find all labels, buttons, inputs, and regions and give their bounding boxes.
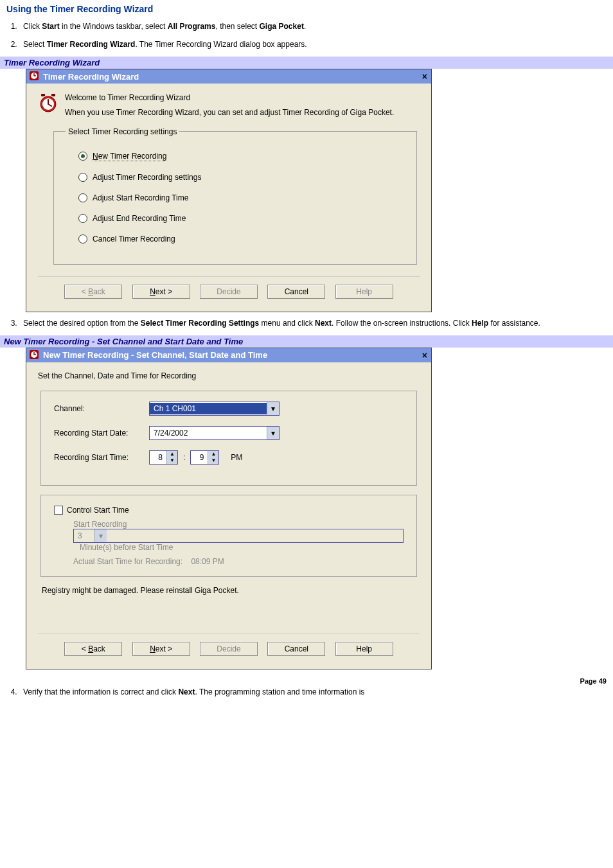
radio-new-accel: N [93, 152, 98, 161]
control-sub-row1: Start Recording 3 ▾ Minute(s) before Sta… [73, 520, 404, 552]
caption-wizard1: Timer Recording Wizard [0, 57, 613, 69]
close-icon[interactable]: × [422, 71, 427, 82]
wizard1-groupbox: Select Timer Recording settings New Time… [53, 127, 417, 265]
wizard2-subhead: Set the Channel, Date and Time for Recor… [38, 371, 420, 380]
step-3-post: for assistance. [488, 319, 540, 328]
minute-spin-icon: ▲▼ [208, 451, 218, 464]
channel-select[interactable]: Ch 1 CH001 ▾ [149, 402, 280, 416]
chevron-down-icon-3: ▾ [94, 529, 107, 542]
radio-new-timer[interactable]: New Timer Recording [78, 152, 405, 161]
app-icon-2 [29, 350, 39, 360]
wizard2-body: Set the Channel, Date and Time for Recor… [26, 362, 431, 669]
next-accel-2: N [150, 644, 155, 653]
caption-wizard2: New Timer Recording - Set Channel and St… [0, 335, 613, 348]
radio-empty-icon-3 [78, 214, 87, 223]
cancel-button[interactable]: Cancel [267, 285, 325, 299]
step-list: Click Start in the Windows taskbar, sele… [19, 21, 607, 50]
back-accel: B [88, 287, 93, 296]
wizard1-intro-line2: When you use Timer Recording Wizard, you… [65, 107, 420, 118]
radio-new-label: New Timer Recording [93, 152, 166, 161]
wizard2-title: New Timer Recording - Set Channel, Start… [43, 350, 267, 360]
wizard2-titlebar: New Timer Recording - Set Channel, Start… [26, 348, 431, 362]
back-button-2[interactable]: < Back [64, 642, 122, 656]
time-colon: : [183, 453, 185, 462]
gigapocket-bold: Giga Pocket [260, 22, 304, 31]
step-3-pre: Select the desired option from the [23, 319, 141, 328]
wizard2-form-group: Channel: Ch 1 CH001 ▾ Recording Start Da… [40, 391, 417, 486]
wizard1-titlebar: Timer Recording Wizard × [26, 69, 431, 84]
cancel-button-2[interactable]: Cancel [267, 642, 325, 656]
hour-stepper[interactable]: 8 ▲▼ [149, 450, 178, 465]
allprograms-bold: All Programs [168, 22, 216, 31]
channel-value: Ch 1 CH001 [150, 403, 267, 414]
radio-adjust-start-label: Adjust Start Recording Time [93, 193, 188, 202]
radio-cancel-timer[interactable]: Cancel Timer Recording [78, 235, 405, 244]
back-rest-2: ack [93, 644, 105, 653]
lbl-actual: Actual Start Time for Recording: [73, 557, 182, 566]
lbl-channel: Channel: [54, 404, 144, 413]
wizard1-window: Timer Recording Wizard × Welcome to Time… [26, 69, 432, 312]
minute-value: 9 [191, 452, 208, 463]
wizard1-intro-line1: Welcome to Timer Recording Wizard [65, 93, 420, 103]
row-control-start[interactable]: Control Start Time [54, 506, 404, 515]
step-4-post: . The programming station and time infor… [195, 687, 364, 696]
start-bold: Start [42, 22, 59, 31]
startdate-select[interactable]: 7/24/2002 ▾ [149, 426, 280, 440]
lbl-starttime: Recording Start Time: [54, 453, 144, 462]
startrec-select: 3 ▾ [73, 529, 404, 543]
row-startdate: Recording Start Date: 7/24/2002 ▾ [54, 426, 404, 440]
step-3-b2: Next [315, 319, 332, 328]
wizard1-title: Timer Recording Wizard [43, 72, 139, 82]
hour-spin-icon: ▲▼ [166, 451, 177, 464]
lbl-startdate: Recording Start Date: [54, 429, 144, 438]
next-rest-2: ext > [155, 644, 172, 653]
step-2-post: . The Timer Recording Wizard dialog box … [135, 40, 306, 49]
wizard1-intro-text: Welcome to Timer Recording Wizard When y… [65, 93, 420, 118]
next-button[interactable]: Next > [132, 285, 190, 299]
step-1-mid1: in the Windows taskbar, select [60, 22, 168, 31]
wizard1-body: Welcome to Timer Recording Wizard When y… [26, 84, 431, 312]
next-button-2[interactable]: Next > [132, 642, 190, 656]
minute-stepper[interactable]: 9 ▲▼ [190, 450, 219, 465]
page-number: Page 49 [0, 675, 613, 686]
step-list-cont2: Verify that the information is correct a… [19, 686, 607, 698]
step-4-pre: Verify that the information is correct a… [23, 687, 178, 696]
radio-adjust-end[interactable]: Adjust End Recording Time [78, 214, 405, 223]
step-2: Select Timer Recording Wizard. The Timer… [19, 39, 607, 50]
step-2-pre: Select [23, 40, 47, 49]
decide-button: Decide [200, 285, 258, 299]
next-accel: N [150, 287, 155, 296]
radio-new-rest: ew Timer Recording [98, 152, 167, 161]
radio-adjust-settings[interactable]: Adjust Timer Recording settings [78, 173, 405, 182]
svg-rect-4 [41, 94, 45, 96]
step-3-b1: Select Timer Recording Settings [141, 319, 260, 328]
wizard2-status: Registry might be damaged. Please reinst… [42, 586, 416, 595]
app-icon [29, 71, 39, 81]
val-actual: 08:09 PM [191, 557, 224, 566]
step-1-mid2: , then select [215, 22, 259, 31]
wizard2-window: New Timer Recording - Set Channel, Start… [26, 348, 432, 670]
lbl-startrec: Start Recording [73, 520, 127, 529]
wizard1-intro: Welcome to Timer Recording Wizard When y… [38, 93, 420, 118]
step-3-mid1: menu and click [259, 319, 315, 328]
next-rest: ext > [155, 287, 172, 296]
wizard1-button-row: < Back Next > Decide Cancel Help [38, 276, 420, 303]
wizard1-group-legend: Select Timer Recording settings [66, 127, 179, 136]
chevron-down-icon-2: ▾ [267, 427, 279, 439]
radio-empty-icon-4 [78, 235, 87, 244]
lbl-control-start: Control Start Time [67, 506, 129, 515]
svg-rect-5 [51, 94, 55, 96]
decide-button-2: Decide [200, 642, 258, 656]
ampm-label: PM [231, 453, 242, 462]
row-channel: Channel: Ch 1 CH001 ▾ [54, 402, 404, 416]
close-icon-2[interactable]: × [422, 350, 427, 360]
radio-cancel-label: Cancel Timer Recording [93, 235, 175, 244]
startrec-value: 3 [74, 530, 94, 542]
help-button: Help [335, 285, 393, 299]
step-1: Click Start in the Windows taskbar, sele… [19, 21, 607, 32]
step-list-cont: Select the desired option from the Selec… [19, 317, 607, 329]
radio-adjust-start[interactable]: Adjust Start Recording Time [78, 193, 405, 202]
radio-adjust-end-label: Adjust End Recording Time [93, 214, 186, 223]
help-button-2[interactable]: Help [335, 642, 393, 656]
radio-adjust-settings-label: Adjust Timer Recording settings [93, 173, 201, 182]
